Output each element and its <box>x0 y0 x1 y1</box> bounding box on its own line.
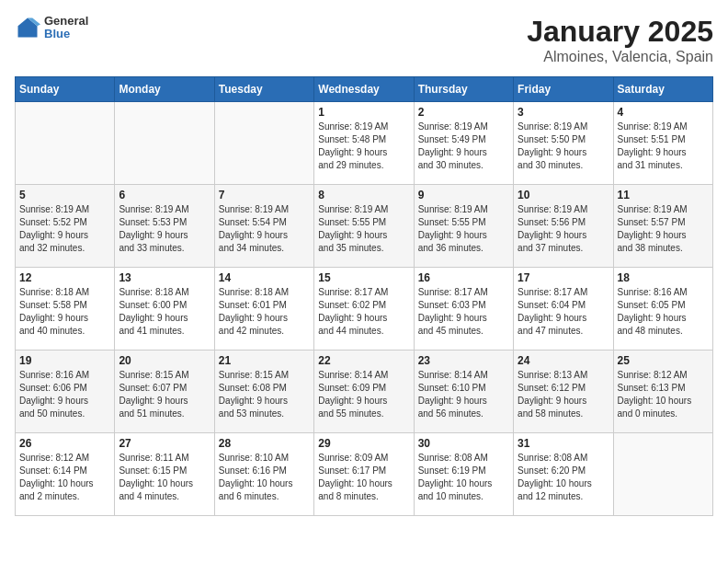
day-info: Sunrise: 8:19 AM Sunset: 5:55 PM Dayligh… <box>318 203 409 255</box>
calendar-cell <box>115 102 214 185</box>
calendar-cell: 11Sunrise: 8:19 AM Sunset: 5:57 PM Dayli… <box>613 185 712 268</box>
day-number: 17 <box>518 271 609 284</box>
day-info: Sunrise: 8:14 AM Sunset: 6:10 PM Dayligh… <box>418 369 509 420</box>
day-number: 13 <box>119 271 210 284</box>
calendar-cell: 24Sunrise: 8:13 AM Sunset: 6:12 PM Dayli… <box>514 350 613 433</box>
calendar-cell: 15Sunrise: 8:17 AM Sunset: 6:02 PM Dayli… <box>314 268 414 350</box>
day-info: Sunrise: 8:19 AM Sunset: 5:50 PM Dayligh… <box>518 121 609 172</box>
calendar-cell: 23Sunrise: 8:14 AM Sunset: 6:10 PM Dayli… <box>414 350 513 433</box>
day-info: Sunrise: 8:15 AM Sunset: 6:07 PM Dayligh… <box>119 369 210 420</box>
day-number: 9 <box>418 189 509 201</box>
calendar-week-row: 26Sunrise: 8:12 AM Sunset: 6:14 PM Dayli… <box>16 433 713 516</box>
calendar-cell: 3Sunrise: 8:19 AM Sunset: 5:50 PM Daylig… <box>514 102 613 185</box>
day-info: Sunrise: 8:19 AM Sunset: 5:54 PM Dayligh… <box>219 203 310 255</box>
title-block: January 2025 Almoines, Valencia, Spain <box>527 15 713 65</box>
day-number: 11 <box>618 189 709 201</box>
logo-text: General Blue <box>44 15 88 41</box>
day-info: Sunrise: 8:16 AM Sunset: 6:06 PM Dayligh… <box>19 369 110 420</box>
day-number: 6 <box>119 189 210 201</box>
calendar-cell <box>16 102 115 185</box>
day-number: 27 <box>119 437 210 450</box>
day-number: 22 <box>318 354 409 367</box>
day-info: Sunrise: 8:19 AM Sunset: 5:49 PM Dayligh… <box>418 121 509 172</box>
day-number: 20 <box>119 354 210 367</box>
day-info: Sunrise: 8:09 AM Sunset: 6:17 PM Dayligh… <box>318 452 409 503</box>
day-info: Sunrise: 8:17 AM Sunset: 6:02 PM Dayligh… <box>318 286 409 338</box>
day-number: 18 <box>618 271 709 284</box>
calendar-cell: 30Sunrise: 8:08 AM Sunset: 6:19 PM Dayli… <box>414 433 513 516</box>
day-number: 21 <box>219 354 310 367</box>
day-number: 15 <box>318 271 409 284</box>
calendar-cell: 25Sunrise: 8:12 AM Sunset: 6:13 PM Dayli… <box>613 350 712 433</box>
day-number: 4 <box>618 106 709 119</box>
day-number: 8 <box>318 189 409 201</box>
day-number: 5 <box>19 189 110 201</box>
day-info: Sunrise: 8:19 AM Sunset: 5:55 PM Dayligh… <box>418 203 509 255</box>
day-info: Sunrise: 8:18 AM Sunset: 6:00 PM Dayligh… <box>119 286 210 338</box>
calendar-cell <box>214 102 313 185</box>
day-info: Sunrise: 8:15 AM Sunset: 6:08 PM Dayligh… <box>219 369 310 420</box>
day-info: Sunrise: 8:12 AM Sunset: 6:14 PM Dayligh… <box>19 452 110 503</box>
calendar-subtitle: Almoines, Valencia, Spain <box>527 49 713 65</box>
calendar-cell: 27Sunrise: 8:11 AM Sunset: 6:15 PM Dayli… <box>115 433 214 516</box>
calendar-cell <box>613 433 712 516</box>
day-number: 24 <box>518 354 609 367</box>
weekday-header: Wednesday <box>314 77 414 102</box>
calendar-cell: 1Sunrise: 8:19 AM Sunset: 5:48 PM Daylig… <box>314 102 414 185</box>
day-info: Sunrise: 8:19 AM Sunset: 5:51 PM Dayligh… <box>618 121 709 172</box>
day-info: Sunrise: 8:19 AM Sunset: 5:53 PM Dayligh… <box>119 203 210 255</box>
calendar-cell: 6Sunrise: 8:19 AM Sunset: 5:53 PM Daylig… <box>115 185 214 268</box>
logo: General Blue <box>15 15 88 41</box>
calendar-header: SundayMondayTuesdayWednesdayThursdayFrid… <box>16 77 713 102</box>
day-number: 16 <box>418 271 509 284</box>
day-info: Sunrise: 8:18 AM Sunset: 5:58 PM Dayligh… <box>19 286 110 338</box>
day-number: 10 <box>518 189 609 201</box>
calendar-cell: 10Sunrise: 8:19 AM Sunset: 5:56 PM Dayli… <box>514 185 613 268</box>
calendar-cell: 18Sunrise: 8:16 AM Sunset: 6:05 PM Dayli… <box>613 268 712 350</box>
day-info: Sunrise: 8:08 AM Sunset: 6:19 PM Dayligh… <box>418 452 509 503</box>
calendar-cell: 5Sunrise: 8:19 AM Sunset: 5:52 PM Daylig… <box>16 185 115 268</box>
day-number: 3 <box>518 106 609 119</box>
day-info: Sunrise: 8:14 AM Sunset: 6:09 PM Dayligh… <box>318 369 409 420</box>
logo-general-label: General <box>44 15 88 28</box>
calendar-cell: 26Sunrise: 8:12 AM Sunset: 6:14 PM Dayli… <box>16 433 115 516</box>
day-info: Sunrise: 8:11 AM Sunset: 6:15 PM Dayligh… <box>119 452 210 503</box>
calendar-cell: 2Sunrise: 8:19 AM Sunset: 5:49 PM Daylig… <box>414 102 513 185</box>
day-number: 23 <box>418 354 509 367</box>
calendar-table: SundayMondayTuesdayWednesdayThursdayFrid… <box>15 76 713 516</box>
calendar-week-row: 1Sunrise: 8:19 AM Sunset: 5:48 PM Daylig… <box>16 102 713 185</box>
day-info: Sunrise: 8:17 AM Sunset: 6:04 PM Dayligh… <box>518 286 609 338</box>
weekday-header: Tuesday <box>214 77 313 102</box>
weekday-header-row: SundayMondayTuesdayWednesdayThursdayFrid… <box>16 77 713 102</box>
logo-blue-label: Blue <box>44 28 88 40</box>
day-info: Sunrise: 8:19 AM Sunset: 5:52 PM Dayligh… <box>19 203 110 255</box>
day-number: 2 <box>418 106 509 119</box>
day-info: Sunrise: 8:19 AM Sunset: 5:56 PM Dayligh… <box>518 203 609 255</box>
day-info: Sunrise: 8:08 AM Sunset: 6:20 PM Dayligh… <box>518 452 609 503</box>
day-info: Sunrise: 8:19 AM Sunset: 5:48 PM Dayligh… <box>318 121 409 172</box>
day-number: 25 <box>618 354 709 367</box>
day-number: 26 <box>19 437 110 450</box>
calendar-cell: 20Sunrise: 8:15 AM Sunset: 6:07 PM Dayli… <box>115 350 214 433</box>
calendar-cell: 17Sunrise: 8:17 AM Sunset: 6:04 PM Dayli… <box>514 268 613 350</box>
day-number: 19 <box>19 354 110 367</box>
calendar-week-row: 19Sunrise: 8:16 AM Sunset: 6:06 PM Dayli… <box>16 350 713 433</box>
calendar-cell: 22Sunrise: 8:14 AM Sunset: 6:09 PM Dayli… <box>314 350 414 433</box>
calendar-cell: 28Sunrise: 8:10 AM Sunset: 6:16 PM Dayli… <box>214 433 313 516</box>
weekday-header: Sunday <box>16 77 115 102</box>
weekday-header: Monday <box>115 77 214 102</box>
day-info: Sunrise: 8:17 AM Sunset: 6:03 PM Dayligh… <box>418 286 509 338</box>
day-number: 12 <box>19 271 110 284</box>
calendar-cell: 21Sunrise: 8:15 AM Sunset: 6:08 PM Dayli… <box>214 350 313 433</box>
weekday-header: Friday <box>514 77 613 102</box>
day-info: Sunrise: 8:18 AM Sunset: 6:01 PM Dayligh… <box>219 286 310 338</box>
calendar-cell: 14Sunrise: 8:18 AM Sunset: 6:01 PM Dayli… <box>214 268 313 350</box>
day-number: 14 <box>219 271 310 284</box>
calendar-cell: 12Sunrise: 8:18 AM Sunset: 5:58 PM Dayli… <box>16 268 115 350</box>
calendar-cell: 29Sunrise: 8:09 AM Sunset: 6:17 PM Dayli… <box>314 433 414 516</box>
day-info: Sunrise: 8:10 AM Sunset: 6:16 PM Dayligh… <box>219 452 310 503</box>
calendar-title: January 2025 <box>527 15 713 49</box>
page-header: General Blue January 2025 Almoines, Vale… <box>15 15 713 65</box>
day-info: Sunrise: 8:16 AM Sunset: 6:05 PM Dayligh… <box>618 286 709 338</box>
day-number: 30 <box>418 437 509 450</box>
